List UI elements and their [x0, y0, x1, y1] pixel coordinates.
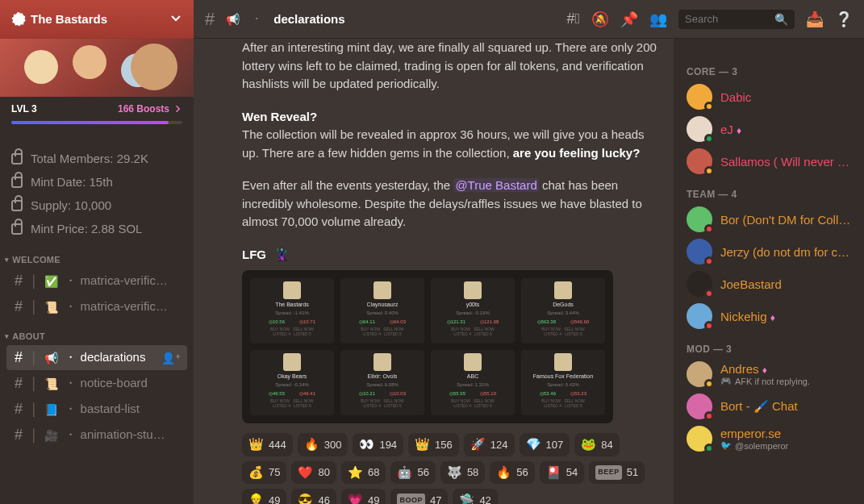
reaction[interactable]: 👀194 [353, 433, 403, 456]
boost-gem-icon: ♦ [737, 125, 741, 136]
reaction[interactable]: 🛸42 [453, 489, 497, 504]
avatar [687, 394, 712, 419]
reaction-emoji-icon: 🛸 [459, 491, 474, 504]
member-row[interactable]: Bor (Don't DM for Collabs) [680, 203, 858, 235]
avatar [687, 271, 712, 297]
hash-icon: # [13, 273, 24, 289]
reaction[interactable]: 💗49 [341, 489, 386, 504]
inbox-icon[interactable]: 📥 [806, 10, 824, 28]
avatar [687, 84, 712, 110]
status-idle-icon [704, 102, 714, 111]
reaction-emoji-icon: 🚀 [470, 435, 486, 454]
channel-noticeboard[interactable]: #│📜・ notice-board [6, 371, 187, 396]
activity-icon: 🐦 [720, 440, 732, 451]
avatar [687, 303, 712, 329]
reaction[interactable]: 💎107 [520, 433, 570, 456]
member-row[interactable]: Nickehig ♦ [680, 300, 858, 332]
pinned-icon[interactable]: 📌 [620, 10, 638, 28]
avatar [687, 239, 712, 264]
reaction[interactable]: 👑444 [242, 433, 293, 456]
hash-icon: # [13, 349, 24, 366]
avatar [687, 148, 712, 174]
reaction-emoji-icon: 😎 [298, 491, 313, 504]
section-about[interactable]: ▾ ABOUT [0, 320, 194, 344]
server-icon [11, 12, 26, 27]
channel-sidebar: The Bastards LVL 3 166 Boosts Total Memb… [0, 0, 194, 504]
member-row[interactable]: emperor.se 🐦@solemperor [680, 423, 858, 455]
channel-matricaverific[interactable]: #│✅・ matrica-verific… [6, 269, 187, 294]
member-row[interactable]: Dabic [680, 81, 858, 113]
member-name: Sallamos ( Will never DM ) [720, 155, 851, 169]
reaction[interactable]: 💰75 [242, 461, 286, 485]
reaction[interactable]: 👷49 [242, 489, 286, 504]
reaction[interactable]: 👑156 [408, 433, 459, 456]
channel-bastardlist[interactable]: #│📘・ bastard-list [6, 397, 187, 422]
boost-gem-icon: ♦ [770, 312, 775, 323]
reaction[interactable]: BOOP47 [390, 489, 448, 504]
reaction[interactable]: 😎46 [291, 489, 336, 504]
member-row[interactable]: Andres ♦🎮AFK if not replying. [680, 358, 858, 390]
dot-separator: ・ [251, 12, 262, 27]
reaction[interactable]: 🤖56 [390, 461, 435, 485]
member-row[interactable]: Bort - 🖌️ Chat [680, 390, 858, 423]
reaction[interactable]: ❤️80 [291, 461, 336, 485]
status-online-icon [704, 134, 714, 144]
main-panel: # 📢 ・ declarations #⃣ 🔕 📌 👥 🔍 📥 ❔ After … [194, 0, 864, 504]
reaction[interactable]: ⭐68 [341, 461, 386, 485]
lock-icon [11, 200, 23, 211]
server-name: The Bastards [31, 12, 107, 26]
create-invite-icon[interactable]: 👤⁺ [161, 352, 181, 364]
lock-icon [11, 177, 23, 188]
reaction-emoji-icon: 💎 [526, 435, 541, 454]
role-header-core: CORE — 3 [680, 63, 858, 81]
search-box[interactable]: 🔍 [678, 10, 795, 29]
channel-emoji: 📢 [226, 13, 240, 26]
reaction[interactable]: 🐺58 [440, 461, 485, 485]
notifications-icon[interactable]: 🔕 [591, 10, 609, 28]
reaction[interactable]: 🔥300 [298, 433, 349, 456]
embed-card: ABCSpread: 1.31%◎55.95◎55.10BUY NOW SELL… [431, 350, 515, 415]
member-row[interactable]: eJ ♦ [680, 113, 858, 145]
reaction-bar: 👑444🔥300👀194👑156🚀124💎107🐸84💰75❤️80⭐68🤖56… [242, 433, 657, 504]
user-mention[interactable]: @True Bastard [453, 178, 538, 192]
section-welcome[interactable]: ▾ WELCOME [0, 244, 194, 268]
server-header[interactable]: The Bastards [0, 0, 194, 39]
reaction-emoji-icon: 👀 [359, 435, 374, 454]
message-text: LFG 🦹 [242, 246, 657, 264]
reaction[interactable]: 🚀124 [464, 433, 515, 456]
reaction[interactable]: 🎴54 [540, 461, 584, 485]
member-row[interactable]: Jerzy (do not dm for collabs) [680, 235, 858, 268]
status-idle-icon [704, 166, 714, 176]
hash-icon: # [13, 298, 24, 315]
lock-icon [11, 153, 23, 165]
channel-emoji-icon: 📜 [44, 377, 58, 390]
message-text: Wen Reveal? The collection will be revea… [242, 108, 657, 163]
reaction[interactable]: 🐸84 [574, 433, 619, 456]
member-name: eJ ♦ [720, 123, 851, 136]
chevron-down-icon [169, 11, 182, 27]
message-text: After an interesting mint day, we are fi… [242, 39, 657, 94]
threads-icon[interactable]: #⃣ [566, 10, 580, 27]
member-name: Jerzy (do not dm for collabs) [720, 245, 851, 259]
reaction[interactable]: 🔥56 [490, 461, 534, 485]
embed-card: DeGodsSpread: 3.44%◎563.38◎546.60BUY NOW… [521, 278, 605, 344]
channel-animationstu[interactable]: #│🎥・ animation-stu… [6, 423, 187, 448]
avatar [687, 426, 712, 452]
avatar [687, 116, 712, 142]
search-input[interactable] [685, 13, 774, 25]
members-icon[interactable]: 👥 [649, 10, 667, 28]
channel-declarations[interactable]: #│📢・ declarations👤⁺ [6, 345, 187, 370]
embed-image[interactable]: The BastardsSpread: -1.41%◎10.56◎10.71BU… [242, 270, 613, 423]
member-row[interactable]: JoeBastard [680, 268, 858, 300]
chevron-down-icon: ▾ [5, 256, 9, 264]
embed-card: ClaynosaurzSpread: 0.40%◎64.11◎64.03BUY … [340, 278, 424, 344]
boost-count[interactable]: 166 Boosts [118, 103, 182, 115]
member-row[interactable]: Sallamos ( Will never DM ) [680, 145, 858, 177]
server-banner [0, 39, 194, 97]
channel-emoji-icon: 🎥 [44, 429, 58, 442]
stat-line: Mint Price: 2.88 SOL [11, 222, 182, 235]
channel-matricaverific[interactable]: #│📜・ matrica-verific… [6, 294, 187, 319]
reaction[interactable]: BEEP51 [589, 461, 645, 485]
status-online-icon [704, 444, 714, 453]
help-icon[interactable]: ❔ [835, 10, 853, 28]
